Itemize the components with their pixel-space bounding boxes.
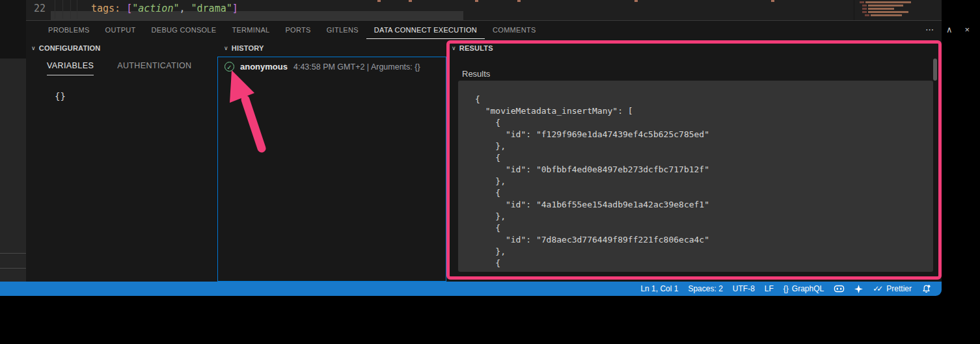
json-line: }, [475,140,933,152]
json-line: { [475,187,933,199]
vscode-window: 22 tags: ["action", "drama"] PROBLEMS OU… [0,0,980,344]
history-entry-meta: 4:43:58 PM GMT+2 | Arguments: {} [293,62,420,72]
eol-setting[interactable]: LF [765,284,774,293]
tab-authentication[interactable]: AUTHENTICATION [117,61,191,75]
json-line: "id": "7d8aec3d776449f89ff221fc806eca4c" [475,234,933,246]
code-line: tags: ["action", "drama"] [91,3,238,14]
cursor-position[interactable]: Ln 1, Col 1 [640,284,678,293]
code-fragment [517,0,521,2]
indent-guide [70,0,71,19]
minimap-line [862,8,941,10]
tab-problems[interactable]: PROBLEMS [40,21,98,39]
tab-ports[interactable]: PORTS [277,21,318,39]
code-token: "action" [132,3,179,14]
minimap-line [860,1,941,3]
json-line: }, [475,176,933,187]
indent-guide [77,0,77,19]
scrollbar-thumb[interactable] [933,59,937,81]
json-line: { [475,94,933,105]
chevron-down-icon: ∨ [224,45,228,51]
divider [0,253,26,254]
history-section: ∨ HISTORY ✓ anonymous 4:43:58 PM GMT+2 |… [219,39,446,282]
configuration-tabs: VARIABLES AUTHENTICATION [47,61,219,75]
code-fragment [409,0,412,2]
json-line: { [475,117,933,129]
configuration-section: ∨ CONFIGURATION VARIABLES AUTHENTICATION… [26,39,219,282]
tab-gitlens[interactable]: GITLENS [319,21,366,39]
language-mode[interactable]: {} GraphQL [783,284,824,293]
code-fragment [475,0,478,2]
tab-output[interactable]: OUTPUT [98,21,144,39]
chevron-down-icon: ∨ [31,45,36,51]
divider [0,268,26,269]
code-token: [ [126,3,132,14]
history-entry[interactable]: ✓ anonymous 4:43:58 PM GMT+2 | Arguments… [218,57,446,76]
indent-guide [55,0,55,19]
configuration-header[interactable]: ∨ CONFIGURATION [26,39,219,52]
code-fragment [771,0,774,2]
minimap-line [862,5,941,7]
results-title: RESULTS [459,44,493,52]
sparkle-icon[interactable] [854,285,863,293]
minimap-line [862,11,941,13]
code-fragment [377,0,381,2]
notifications-bell-icon[interactable] [921,284,931,294]
success-check-icon: ✓ [225,62,234,72]
left-crop-strip [0,59,26,282]
tab-variables[interactable]: VARIABLES [47,61,94,75]
chevron-down-icon: ∨ [452,45,456,51]
left-crop-dark [0,0,26,59]
json-line: }, [475,246,933,258]
code-token: ] [232,3,238,14]
data-connect-execution-panel: ∨ CONFIGURATION VARIABLES AUTHENTICATION… [26,39,942,282]
panel-actions: ⋯ ∧ × [925,20,970,39]
json-line: "movieMetadata_insertMany": [ [475,105,933,117]
configuration-title: CONFIGURATION [39,44,101,52]
history-list: ✓ anonymous 4:43:58 PM GMT+2 | Arguments… [217,57,446,282]
braces-icon: {} [783,284,789,293]
close-panel-icon[interactable]: × [964,25,970,34]
json-line: "id": "0bfbbf4ed0e8497eb273dcfbc717b12f" [475,164,933,176]
maximize-panel-icon[interactable]: ∧ [946,25,953,34]
tab-debug-console[interactable]: DEBUG CONSOLE [144,21,225,39]
code-fragment [634,0,638,2]
indent-guide [62,0,63,19]
json-line: { [475,222,933,234]
encoding-setting[interactable]: UTF-8 [733,284,755,293]
code-token: , [179,3,191,14]
code-token: tags: [91,3,126,14]
copilot-icon[interactable] [834,284,845,293]
tab-comments[interactable]: COMMENTS [485,21,544,39]
formatter-status[interactable]: ✓✓ Prettier [873,284,912,293]
results-section: ∨ RESULTS Results { "movieMetadata_inser… [446,39,942,282]
json-line: "id": "f129f969e1da47439ef4c5b625c785ed" [475,129,933,140]
json-line: { [475,258,933,269]
results-header[interactable]: ∨ RESULTS [446,39,942,52]
status-bar: Ln 1, Col 1 Spaces: 2 UTF-8 LF {} GraphQ… [0,282,942,296]
history-title: HISTORY [232,44,264,52]
editor-area[interactable]: 22 tags: ["action", "drama"] [26,0,942,20]
code-token: "drama" [191,3,232,14]
json-line: }, [475,211,933,222]
minimap[interactable] [854,0,941,20]
more-actions-icon[interactable]: ⋯ [925,25,934,34]
history-header[interactable]: ∨ HISTORY [219,39,446,52]
tab-terminal[interactable]: TERMINAL [224,21,277,39]
results-label: Results [462,69,490,79]
indentation-setting[interactable]: Spaces: 2 [688,284,722,293]
history-entry-name: anonymous [240,62,288,72]
double-check-icon: ✓✓ [873,284,880,293]
panel-tab-bar: PROBLEMS OUTPUT DEBUG CONSOLE TERMINAL P… [26,20,942,39]
results-json-output[interactable]: { "movieMetadata_insertMany": [ { "id": … [458,81,933,272]
tab-data-connect-execution[interactable]: DATA CONNECT EXECUTION [366,21,485,39]
minimap-line [865,14,941,16]
line-number: 22 [29,3,46,14]
json-line: "id": "4a1b6f55ee154adb9e1a42ac39e8cef1" [475,199,933,211]
variables-editor[interactable]: {} [55,91,219,101]
json-line: { [475,152,933,164]
